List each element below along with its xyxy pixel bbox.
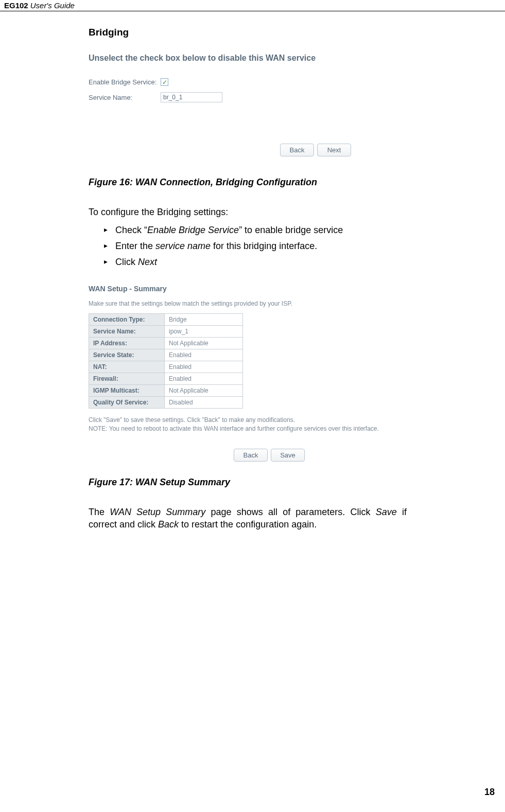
- list-item: Enter the service name for this bridging…: [104, 239, 407, 253]
- text: The: [89, 507, 110, 517]
- note-line-2: NOTE: You need to reboot to activate thi…: [89, 425, 485, 433]
- screenshot-wan-summary: WAN Setup - Summary Make sure that the s…: [89, 285, 485, 462]
- table-row: IGMP Multicast:Not Applicable: [89, 385, 243, 397]
- enable-bridge-label: Enable Bridge Service:: [89, 78, 161, 86]
- cell-val: Enabled: [165, 349, 243, 361]
- screenshot-bridging-config: Unselect the check box below to disable …: [89, 54, 361, 156]
- text: for this bridging interface.: [211, 241, 317, 251]
- table-row: Service Name:ipow_1: [89, 326, 243, 338]
- cell-key: IP Address:: [89, 338, 165, 349]
- table-row: Quality Of Service:Disabled: [89, 397, 243, 409]
- cell-val: Not Applicable: [165, 338, 243, 349]
- page-header: EG102 User's Guide: [0, 0, 505, 11]
- header-product: EG102: [4, 1, 28, 10]
- cell-key: NAT:: [89, 361, 165, 373]
- wan-summary-subtitle: Make sure that the settings below match …: [89, 300, 485, 307]
- figure-16-caption: Figure 16: WAN Connection, Bridging Conf…: [89, 177, 407, 188]
- enable-bridge-checkbox[interactable]: ✓: [161, 78, 168, 86]
- cell-key: Firewall:: [89, 373, 165, 385]
- text: page shows all of parameters. Click: [205, 507, 375, 517]
- wan-summary-description: The WAN Setup Summary page shows all of …: [89, 506, 407, 531]
- bridging-steps-list: Check “Enable Bridge Service” to enable …: [89, 223, 407, 269]
- service-name-label: Service Name:: [89, 94, 161, 101]
- cell-val: Disabled: [165, 397, 243, 409]
- list-item: Click Next: [104, 255, 407, 269]
- text-italic: Back: [158, 519, 179, 529]
- bridging-instruction-text: Unselect the check box below to disable …: [89, 54, 361, 63]
- text: Enter the: [115, 241, 155, 251]
- text-italic: WAN Setup Summary: [110, 507, 205, 517]
- table-row: IP Address:Not Applicable: [89, 338, 243, 349]
- back-button[interactable]: Back: [234, 449, 268, 462]
- wan-summary-title: WAN Setup - Summary: [89, 285, 485, 293]
- wan-summary-note: Click "Save" to save these settings. Cli…: [89, 416, 485, 433]
- text: Check “: [115, 225, 147, 235]
- note-line-1: Click "Save" to save these settings. Cli…: [89, 416, 485, 425]
- table-row: Firewall:Enabled: [89, 373, 243, 385]
- save-button[interactable]: Save: [271, 449, 305, 462]
- table-row: Service State:Enabled: [89, 349, 243, 361]
- list-item: Check “Enable Bridge Service” to enable …: [104, 223, 407, 237]
- text-italic: Next: [138, 257, 157, 267]
- text-italic: Save: [376, 507, 397, 517]
- back-button[interactable]: Back: [280, 144, 314, 156]
- cell-val: Not Applicable: [165, 385, 243, 397]
- text: to restart the configuration again.: [179, 519, 317, 529]
- next-button[interactable]: Next: [317, 144, 351, 156]
- cell-key: Connection Type:: [89, 314, 165, 326]
- cell-val: Bridge: [165, 314, 243, 326]
- cell-val: ipow_1: [165, 326, 243, 338]
- cell-val: Enabled: [165, 361, 243, 373]
- cell-key: Service Name:: [89, 326, 165, 338]
- table-row: NAT:Enabled: [89, 361, 243, 373]
- wan-summary-table: Connection Type:Bridge Service Name:ipow…: [89, 313, 243, 409]
- text: Click: [115, 257, 138, 267]
- cell-val: Enabled: [165, 373, 243, 385]
- cell-key: Service State:: [89, 349, 165, 361]
- table-row: Connection Type:Bridge: [89, 314, 243, 326]
- section-title-bridging: Bridging: [89, 27, 407, 38]
- page-number: 18: [484, 787, 495, 798]
- header-subtitle: User's Guide: [30, 1, 75, 10]
- cell-key: IGMP Multicast:: [89, 385, 165, 397]
- text-italic: service name: [155, 241, 211, 251]
- text-italic: Enable Bridge Service: [147, 225, 239, 235]
- service-name-input[interactable]: [161, 92, 222, 102]
- figure-17-caption: Figure 17: WAN Setup Summary: [89, 477, 407, 488]
- text: ” to enable bridge service: [239, 225, 343, 235]
- bridging-intro: To configure the Bridging settings:: [89, 206, 407, 218]
- cell-key: Quality Of Service:: [89, 397, 165, 409]
